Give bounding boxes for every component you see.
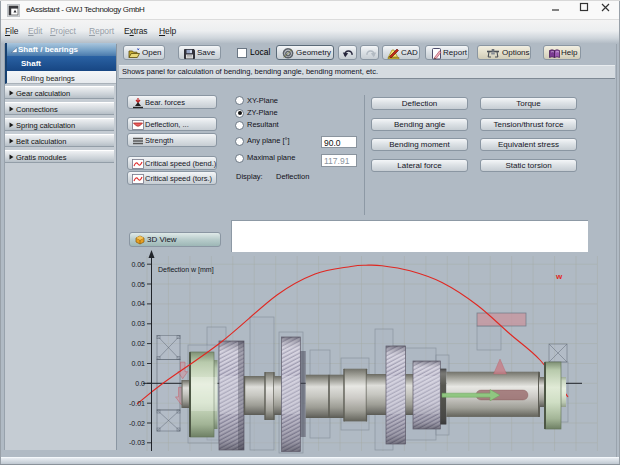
svg-text:0.0: 0.0: [135, 380, 145, 387]
svg-text:0.03: 0.03: [131, 320, 145, 327]
svg-text:0.01: 0.01: [131, 360, 145, 367]
svg-text:-0.03: -0.03: [129, 439, 145, 446]
svg-text:0.04: 0.04: [131, 300, 145, 307]
svg-text:w: w: [555, 272, 563, 281]
svg-text:-0.01: -0.01: [129, 400, 145, 407]
svg-text:0.02: 0.02: [131, 340, 145, 347]
svg-text:0.05: 0.05: [131, 281, 145, 288]
svg-text:Deflection w [mm]: Deflection w [mm]: [158, 266, 214, 274]
svg-text:0.06: 0.06: [131, 261, 145, 268]
svg-text:-0.02: -0.02: [129, 420, 145, 427]
